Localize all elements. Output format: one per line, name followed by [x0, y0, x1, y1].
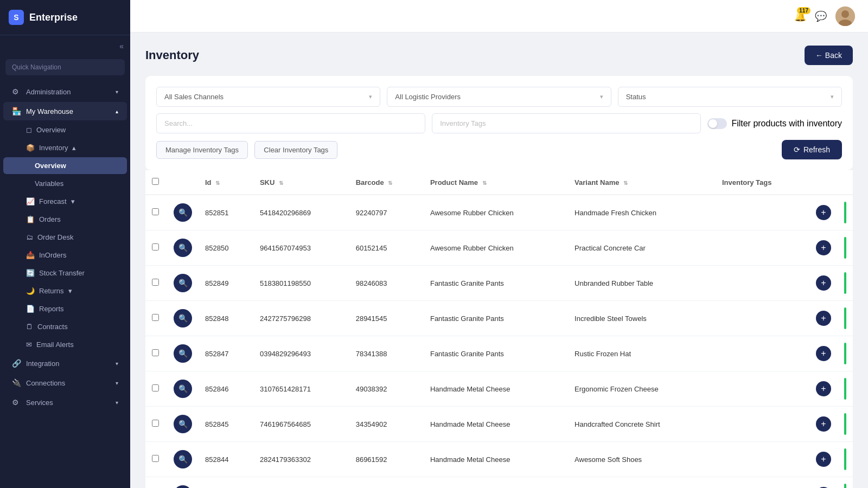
row-add-button[interactable]: + [816, 381, 831, 396]
user-avatar[interactable] [835, 7, 855, 26]
row-checkbox-cell [145, 336, 167, 371]
row-checkbox[interactable] [152, 384, 159, 391]
sidebar-item-inv-overview[interactable]: Overview [3, 157, 127, 174]
sidebar-item-email-alerts[interactable]: ✉ Email Alerts [3, 336, 127, 353]
row-search-button[interactable]: 🔍 [174, 344, 192, 363]
filter-row-2: Filter products with inventory [156, 113, 842, 133]
sidebar-item-inventory[interactable]: 📦 Inventory ▴ [3, 139, 127, 156]
col-barcode-label: Barcode [356, 178, 384, 187]
row-add-button[interactable]: + [816, 275, 831, 291]
col-product-name-label: Product Name [430, 178, 478, 187]
refresh-button[interactable]: ⟳ Refresh [782, 140, 842, 159]
filter-products-toggle[interactable] [707, 118, 727, 129]
sales-channel-select[interactable]: All Sales Channels ▾ [156, 87, 380, 107]
col-action [167, 170, 199, 195]
sidebar-item-administration[interactable]: ⚙ Administration ▾ [3, 82, 127, 101]
inventory-tags-input[interactable] [432, 113, 701, 133]
row-search-button[interactable]: 🔍 [174, 203, 192, 222]
sidebar-item-label: Stock Transfer [39, 269, 85, 277]
row-checkbox[interactable] [152, 349, 159, 356]
row-variant-name: Tasty Concrete Shoes [568, 477, 716, 489]
row-checkbox[interactable] [152, 243, 159, 251]
sidebar-collapse-button[interactable]: « [117, 40, 126, 53]
row-checkbox[interactable] [152, 208, 159, 215]
clear-inventory-tags-button[interactable]: Clear Inventory Tags [254, 141, 337, 159]
row-indicator-cell [838, 407, 853, 442]
table-row: 🔍 852848 2427275796298 28941545 Fantasti… [145, 301, 853, 336]
logistic-providers-select[interactable]: All Logistic Providers ▾ [387, 87, 611, 107]
row-search-button[interactable]: 🔍 [174, 415, 192, 433]
sidebar-item-label: Overview [35, 162, 66, 170]
select-all-checkbox[interactable] [152, 178, 159, 185]
filter-row-1: All Sales Channels ▾ All Logistic Provid… [156, 87, 842, 107]
chevron-down-icon: ▾ [600, 93, 603, 100]
sidebar-item-forecast[interactable]: 📈 Forecast ▾ [3, 193, 127, 210]
row-add-cell: + [809, 477, 838, 489]
sidebar-item-label: Overview [36, 126, 66, 134]
sidebar-item-connections[interactable]: 🔌 Connections ▾ [3, 374, 127, 392]
sidebar-item-overview[interactable]: ◻ Overview [3, 121, 127, 138]
row-add-button[interactable]: + [816, 346, 831, 361]
sidebar-item-orders[interactable]: 📋 Orders [3, 211, 127, 228]
row-id: 852851 [199, 195, 253, 230]
row-add-button[interactable]: + [816, 311, 831, 326]
status-indicator [844, 272, 846, 294]
row-add-cell: + [809, 407, 838, 442]
row-search-button[interactable]: 🔍 [174, 309, 192, 328]
row-search-button[interactable]: 🔍 [174, 450, 192, 468]
row-add-button[interactable]: + [816, 205, 831, 220]
row-sku: 9100917185379 [253, 477, 349, 489]
row-search-button[interactable]: 🔍 [174, 485, 192, 488]
row-checkbox[interactable] [152, 455, 159, 462]
sidebar-item-services[interactable]: ⚙ Services ▾ [3, 393, 127, 412]
filter-actions-row: Manage Inventory Tags Clear Inventory Ta… [156, 140, 842, 159]
manage-inventory-tags-button[interactable]: Manage Inventory Tags [156, 141, 248, 159]
order-desk-icon: 🗂 [26, 233, 33, 241]
col-sku[interactable]: SKU ⇅ [253, 170, 349, 195]
col-indicator [838, 170, 853, 195]
sidebar-item-returns[interactable]: 🌙 Returns ▾ [3, 282, 127, 299]
sidebar: S Enterprise « Quick Navigation ⚙ Admini… [0, 0, 130, 488]
col-variant-name[interactable]: Variant Name ⇅ [568, 170, 716, 195]
row-variant-name: Practical Concrete Car [568, 230, 716, 266]
row-checkbox-cell [145, 371, 167, 407]
inventory-table: Id ⇅ SKU ⇅ Barcode ⇅ Product Name [145, 170, 853, 488]
row-inventory-tags [716, 407, 809, 442]
col-product-name[interactable]: Product Name ⇅ [424, 170, 568, 195]
status-indicator [844, 343, 846, 364]
row-add-button[interactable]: + [816, 240, 831, 255]
col-id[interactable]: Id ⇅ [199, 170, 253, 195]
row-search-button[interactable]: 🔍 [174, 380, 192, 398]
row-search-button[interactable]: 🔍 [174, 274, 192, 292]
row-checkbox[interactable] [152, 314, 159, 321]
row-add-cell: + [809, 230, 838, 266]
row-checkbox[interactable] [152, 279, 159, 286]
row-checkbox-cell [145, 407, 167, 442]
sidebar-item-order-desk[interactable]: 🗂 Order Desk [3, 229, 127, 246]
row-add-button[interactable]: + [816, 416, 831, 432]
table-row: 🔍 852849 5183801198550 98246083 Fantasti… [145, 266, 853, 301]
sidebar-item-variables[interactable]: Variables [3, 175, 127, 192]
row-checkbox[interactable] [152, 420, 159, 427]
sidebar-item-integration[interactable]: 🔗 Integration ▾ [3, 354, 127, 373]
sidebar-item-inorders[interactable]: 📥 InOrders [3, 247, 127, 264]
search-input[interactable] [156, 113, 425, 133]
row-inventory-tags [716, 477, 809, 489]
row-barcode: 60152145 [349, 230, 424, 266]
sidebar-item-reports[interactable]: 📄 Reports [3, 300, 127, 317]
col-barcode[interactable]: Barcode ⇅ [349, 170, 424, 195]
row-sku: 5418420296869 [253, 195, 349, 230]
sidebar-item-my-warehouse[interactable]: 🏪 My Warehouse ▴ [3, 102, 127, 120]
connections-icon: 🔌 [12, 378, 22, 387]
row-search-button[interactable]: 🔍 [174, 239, 192, 257]
chat-icon[interactable]: 💬 [815, 10, 827, 22]
notification-bell[interactable]: 🔔 117 [794, 10, 806, 22]
sidebar-item-stock-transfer[interactable]: 🔄 Stock Transfer [3, 265, 127, 281]
status-select[interactable]: Status ▾ [618, 87, 842, 107]
logistic-providers-label: All Logistic Providers [395, 93, 461, 101]
row-add-button[interactable]: + [816, 452, 831, 467]
row-product-name: Fantastic Granite Pants [424, 266, 568, 301]
back-button[interactable]: ← Back [805, 46, 853, 65]
sidebar-item-contracts[interactable]: 🗒 Contracts [3, 318, 127, 335]
services-icon: ⚙ [12, 398, 22, 407]
